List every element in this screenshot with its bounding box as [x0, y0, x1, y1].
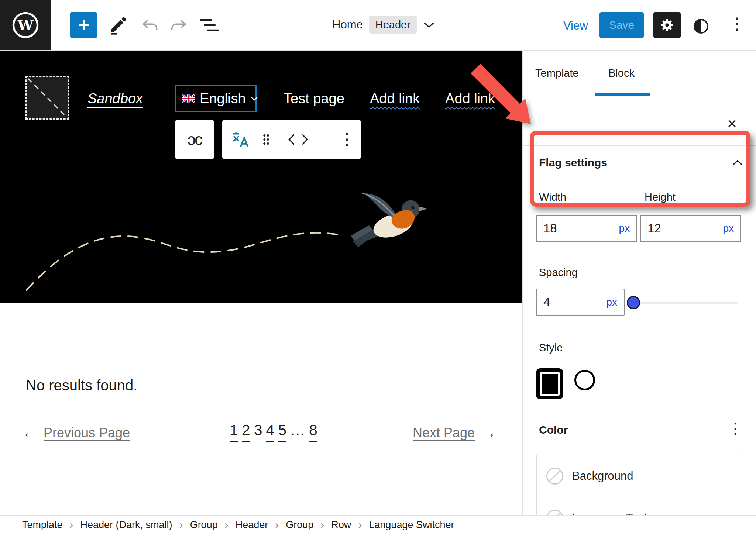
active-tab-underline: [595, 93, 650, 96]
redo-button[interactable]: [169, 18, 188, 33]
style-option-square[interactable]: [536, 368, 563, 399]
save-button[interactable]: Save: [599, 12, 644, 38]
color-panel-title: Color: [539, 424, 568, 436]
page-link-1[interactable]: 1: [230, 421, 238, 442]
spacing-slider-track[interactable]: [632, 302, 738, 304]
chevron-up-icon: [732, 159, 743, 166]
spacing-label: Spacing: [539, 266, 578, 279]
styles-button[interactable]: [693, 18, 709, 35]
color-row-label: Background: [572, 469, 633, 483]
settings-toggle-button[interactable]: [653, 12, 681, 38]
undo-icon: [141, 18, 159, 33]
svg-text:W: W: [17, 17, 34, 34]
no-color-icon: [546, 468, 563, 485]
chevron-right-icon: ›: [320, 519, 324, 531]
chevron-right-icon: ›: [275, 519, 279, 531]
color-options-button[interactable]: ⋮: [728, 421, 739, 435]
pencil-icon: [108, 15, 128, 35]
options-menu-button[interactable]: ⋮: [729, 15, 738, 32]
tab-block[interactable]: Block: [608, 67, 635, 79]
bird-image: [350, 187, 434, 249]
style-option-circle[interactable]: [574, 370, 595, 390]
sidebar-divider: [522, 416, 756, 416]
spacing-value: 4: [543, 295, 550, 309]
list-view-icon: [199, 17, 219, 33]
panel-toggle-button[interactable]: [732, 159, 743, 166]
previous-page-label: Previous Page: [44, 425, 130, 441]
context-badge: Header: [369, 16, 417, 34]
dashed-flight-path: [0, 50, 522, 303]
chevron-down-icon: [423, 21, 435, 28]
breadcrumb-row[interactable]: Row: [331, 519, 351, 531]
previous-page-link[interactable]: ← Previous Page: [22, 424, 130, 441]
height-value: 12: [647, 221, 661, 235]
block-breadcrumb-bar: Template › Header (Dark, small) › Group …: [0, 515, 756, 534]
height-unit[interactable]: px: [723, 223, 734, 234]
chevron-right-icon: ›: [358, 519, 362, 531]
undo-button[interactable]: [141, 18, 159, 33]
list-view-button[interactable]: [199, 17, 219, 33]
height-label: Height: [645, 191, 676, 203]
spacing-slider-thumb[interactable]: [627, 296, 640, 309]
chevron-right-icon: ›: [225, 519, 228, 531]
width-input[interactable]: 18 px: [536, 215, 637, 242]
gear-icon: [659, 17, 675, 33]
page-current-3: 3: [254, 421, 262, 439]
view-menu-button[interactable]: View: [563, 19, 588, 32]
page-link-8[interactable]: 8: [309, 421, 317, 442]
pagination-ellipsis: …: [290, 421, 306, 439]
tab-template[interactable]: Template: [535, 67, 579, 79]
chevron-right-icon: ›: [70, 519, 73, 531]
document-bar[interactable]: Home Header: [332, 0, 435, 49]
next-page-link[interactable]: Next Page →: [413, 424, 496, 441]
sidebar-divider: [522, 145, 756, 146]
breadcrumb-header[interactable]: Header: [236, 519, 268, 531]
edit-mode-button[interactable]: [108, 15, 128, 35]
wordpress-logo-button[interactable]: W: [0, 0, 51, 50]
inserter-toggle-button[interactable]: [70, 12, 97, 38]
spacing-unit[interactable]: px: [606, 296, 617, 308]
breadcrumb-header-dark-small[interactable]: Header (Dark, small): [80, 519, 172, 531]
breadcrumb-group-2[interactable]: Group: [286, 519, 313, 531]
close-sidebar-button[interactable]: [726, 118, 738, 129]
flag-settings-title[interactable]: Flag settings: [539, 156, 607, 169]
page-link-2[interactable]: 2: [242, 421, 250, 442]
breadcrumb-group-1[interactable]: Group: [190, 519, 218, 531]
breadcrumb-template[interactable]: Template: [22, 519, 63, 531]
arrow-left-icon: ←: [22, 424, 37, 441]
style-label: Style: [539, 342, 563, 354]
page-link-4[interactable]: 4: [266, 421, 274, 442]
close-icon: [726, 118, 738, 129]
contrast-icon: [693, 18, 709, 35]
editor-canvas: Sandbox English Test page Add link Add l…: [0, 50, 522, 303]
editor-topbar: W: [0, 0, 756, 51]
spacing-input[interactable]: 4 px: [536, 289, 625, 316]
square-style-icon: [540, 372, 560, 396]
no-results-message: No results found.: [26, 377, 137, 394]
document-title: Home: [332, 18, 363, 31]
plus-icon: [76, 18, 91, 32]
width-label: Width: [539, 191, 566, 203]
color-row-background[interactable]: Background: [537, 455, 743, 497]
arrow-right-icon: →: [481, 424, 496, 441]
height-input[interactable]: 12 px: [640, 215, 741, 242]
chevron-right-icon: ›: [179, 519, 183, 531]
width-value: 18: [543, 221, 557, 235]
pagination-numbers: 12345…8: [230, 421, 321, 442]
width-unit[interactable]: px: [619, 223, 630, 234]
wordpress-logo-icon: W: [11, 11, 39, 39]
page-link-5[interactable]: 5: [278, 421, 286, 442]
breadcrumb-language-switcher: Language Switcher: [369, 519, 454, 531]
next-page-label: Next Page: [413, 425, 475, 441]
redo-icon: [169, 18, 188, 33]
